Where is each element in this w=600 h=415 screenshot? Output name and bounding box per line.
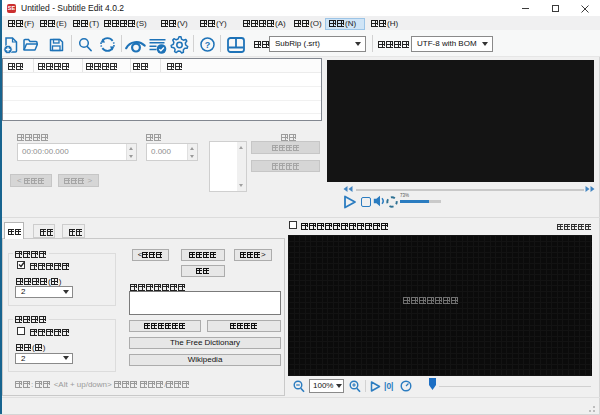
svg-text:?: ? xyxy=(205,40,211,50)
